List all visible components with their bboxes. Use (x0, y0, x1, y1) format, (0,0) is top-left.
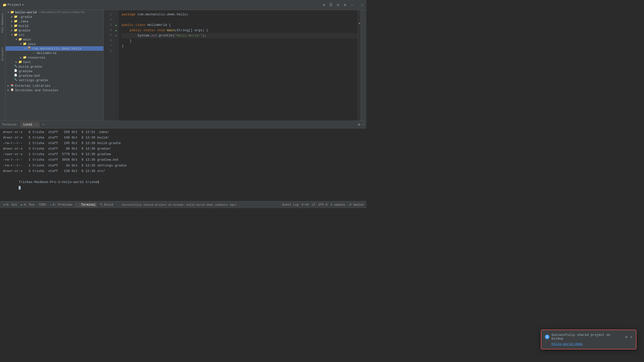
folder-icon: 📁 (18, 60, 22, 64)
folder-name: src (19, 33, 24, 37)
expand-arrow: ▶ (10, 15, 14, 18)
tree-item-build-dir[interactable]: ▶ 📁 build (6, 24, 103, 28)
expand-arrow: ▼ (19, 43, 23, 46)
folder-name: .gradle (19, 15, 32, 19)
chevron-down-icon: ▼ (22, 4, 24, 6)
expand-arrow: ▶ (10, 24, 14, 27)
gutter-1 (114, 12, 119, 17)
pull-requests-label[interactable]: Pull Requests (1, 12, 5, 34)
folder-name: test (23, 60, 31, 64)
tree-root[interactable]: ▼ 📁 hello-world ~/Documents/Projects/dem… (6, 10, 103, 15)
build-tab-button[interactable]: 🔨 Build (98, 203, 115, 207)
gutter-4-run[interactable]: ▶ (114, 28, 119, 33)
package-icon: 📦 (27, 47, 31, 51)
tree-item-external-libs[interactable]: ▶ 📚 External Libraries (6, 83, 103, 88)
terminal-icon: ⬛ (76, 203, 80, 206)
run-icon: ▶ (21, 203, 23, 206)
todo-tab-button[interactable]: TODO (37, 203, 48, 207)
terminal-cursor (19, 186, 21, 190)
status-text: Successfully shared project on GitHub: h… (122, 203, 236, 206)
git-tab-button[interactable]: ⚙ 9: Git (2, 203, 19, 207)
file-name: build.gradle (19, 65, 42, 69)
settings-icon[interactable]: ⚙ (342, 2, 348, 8)
tab-local[interactable]: Local ✕ (20, 122, 40, 127)
terminal-controls: ⚙ — (358, 122, 364, 127)
code-container: 1 2 3 4 5 6 7 8 ▶ ▶ ● (104, 10, 361, 121)
gutter-7 (114, 44, 119, 49)
tree-item-helloworld[interactable]: ▶ ☕ HelloWorld (6, 51, 103, 55)
status-bar-left: ⚙ 9: Git ▶ 4: Run TODO ⚠ 6: Problems ⬛ T… (2, 203, 115, 207)
status-message: Successfully shared project on GitHub: h… (117, 203, 280, 207)
terminal-prompt: Trishas-MacBook-Pro-2:hello-world trisha… (19, 180, 101, 184)
git-icon: ⚙ (4, 203, 5, 206)
toolbar-icons: ⊕ ☰ ⊟ ⚙ — ✓ (321, 2, 364, 8)
terminal-tab-button[interactable]: ⬛ Terminal (75, 203, 97, 207)
scratches-icon: 📋 (10, 88, 14, 92)
keyword-package: package (122, 12, 136, 17)
left-icon-strip: Pull Requests Structure (0, 10, 6, 121)
add-icon[interactable]: ⊕ (321, 2, 327, 8)
right-scroll (358, 10, 361, 121)
bottom-panel: Terminal: Local ✕ + ⚙ — drwxr-xr-x 8 tri… (0, 121, 366, 201)
terminal-prompt-line: Trishas-MacBook-Pro-2:hello-world trisha… (3, 174, 363, 196)
code-line-6: } (122, 38, 358, 44)
structure-label[interactable]: Structure (1, 46, 5, 62)
tree-item-gradle-folder[interactable]: ▶ 📁 gradle (6, 28, 103, 33)
problems-tab-button[interactable]: ⚠ 6: Problems (49, 203, 74, 207)
project-selector[interactable]: 📁 Project ▼ (3, 3, 24, 7)
tree-item-test[interactable]: ▶ 📁 test (6, 60, 103, 64)
root-label: hello-world (15, 11, 37, 14)
bottom-tabs: Terminal: Local ✕ + ⚙ — (0, 121, 366, 128)
event-log-button[interactable]: Event Log (282, 203, 299, 207)
package-name: com.mechanitis.demo.hello (32, 47, 81, 51)
tree-item-idea[interactable]: ▶ 📁 .idea (6, 19, 103, 24)
tree-item-main[interactable]: ▼ 📁 main (6, 37, 103, 42)
collapse-icon[interactable]: ⊟ (335, 2, 341, 8)
expand-arrow: ▶ (7, 89, 10, 92)
add-tab-button[interactable]: + (41, 122, 46, 127)
folder-icon: 📁 (14, 15, 18, 19)
expand-arrow: ▶ (7, 84, 10, 87)
local-tab-label: Local (23, 123, 32, 126)
indent-selector[interactable]: 4 spaces (331, 203, 345, 207)
terminal-line-6: -rw-r--r-- 1 trisha staff 3058 Oct 8 12:… (3, 157, 363, 163)
run-tab-button[interactable]: ▶ 4: Run (20, 203, 36, 207)
tree-item-gradle-dir[interactable]: ▶ 📁 .gradle (6, 15, 103, 19)
tree-item-java[interactable]: ▼ 📁 java (6, 42, 103, 46)
status-bar: ⚙ 9: Git ▶ 4: Run TODO ⚠ 6: Problems ⬛ T… (0, 201, 366, 208)
terminal-line-2: drwxr-xr-x 5 trisha staff 160 Oct 8 12:3… (3, 135, 363, 141)
terminal-line-3: -rw-r--r-- 1 trisha staff 195 Oct 8 12:3… (3, 141, 363, 146)
folder-name: build (19, 24, 28, 28)
build-icon: 🔨 (100, 203, 103, 206)
tree-item-scratches[interactable]: ▶ 📋 Scratches and Consoles (6, 88, 103, 93)
terminal-settings-icon[interactable]: ⚙ (358, 122, 360, 127)
expand-arrow: ▶ (10, 20, 14, 23)
position-indicator[interactable]: 5:44 (302, 203, 309, 207)
checkmark-icon: ✓ (361, 3, 364, 8)
tree-item-gradlew[interactable]: ▶ 📄 gradlew (6, 69, 103, 73)
terminal-tab-label: Terminal (81, 203, 96, 207)
terminal-line-5: -rwxr-xr-x 1 trisha staff 5770 Oct 8 12:… (3, 152, 363, 157)
tree-item-package[interactable]: ▼ 📦 com.mechanitis.demo.hello (6, 46, 103, 51)
encoding-selector[interactable]: UTF-8 (318, 203, 328, 207)
file-name: settings.gradle (19, 78, 48, 82)
editor-area: 1 2 3 4 5 6 7 8 ▶ ▶ ● (104, 10, 361, 121)
close-tab-icon[interactable]: ✕ (35, 123, 37, 126)
gutter-3-run[interactable]: ▶ (114, 23, 119, 28)
code-content[interactable]: package com.mechanitis.demo.hello; publi… (119, 10, 358, 121)
tree-item-src[interactable]: ▼ 📁 src (6, 33, 103, 37)
minimize-icon[interactable]: — (349, 2, 355, 8)
code-line-7: } (122, 44, 358, 49)
file-name: HelloWorld (37, 51, 56, 55)
code-line-8 (122, 49, 358, 54)
terminal-content[interactable]: drwxr-xr-x 8 trisha staff 256 Oct 8 12:5… (0, 128, 366, 201)
line-ending-selector[interactable]: LF (312, 203, 315, 207)
top-toolbar: 📁 Project ▼ ⊕ ☰ ⊟ ⚙ — ✓ (0, 0, 366, 10)
list-icon[interactable]: ☰ (328, 2, 334, 8)
tree-item-gradlew-bat[interactable]: ▶ 📄 gradlew.bat (6, 73, 103, 78)
tree-item-resources[interactable]: ▶ 📁 resources (6, 55, 103, 60)
tree-item-settings-gradle[interactable]: ▶ 🔧 settings.gradle (6, 78, 103, 82)
branch-indicator[interactable]: ⎇ master (348, 203, 364, 207)
tree-item-build-gradle[interactable]: ▶ 🔧 build.gradle (6, 64, 103, 69)
terminal-minimize-icon[interactable]: — (362, 122, 364, 127)
